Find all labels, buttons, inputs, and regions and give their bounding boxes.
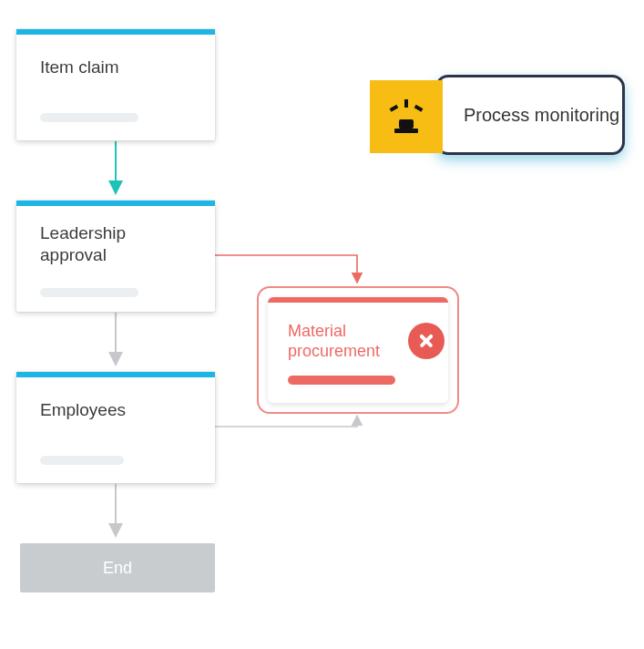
svg-rect-3 xyxy=(390,105,399,112)
node-label: Employees xyxy=(40,399,197,421)
node-accent-bar xyxy=(16,29,215,35)
node-accent-bar xyxy=(16,201,215,206)
diagram-canvas: Item claim Leadership approval Employees… xyxy=(0,0,644,649)
connector-approval-to-error xyxy=(215,255,357,283)
error-label: Material procurement xyxy=(288,321,403,361)
node-leadership-approval: Leadership approval xyxy=(16,201,215,312)
node-label: Item claim xyxy=(40,57,197,78)
node-label: Leadership approval xyxy=(40,222,197,266)
node-employees: Employees xyxy=(16,372,215,483)
node-item-claim: Item claim xyxy=(16,29,215,140)
error-close-icon xyxy=(408,323,445,359)
svg-rect-2 xyxy=(404,99,408,108)
error-accent-bar xyxy=(268,297,448,303)
monitoring-card: Process monitoring xyxy=(435,75,625,155)
node-placeholder-line xyxy=(40,113,138,122)
node-placeholder-line xyxy=(40,456,124,465)
connector-employees-to-error xyxy=(215,416,357,427)
monitoring-label: Process monitoring xyxy=(464,104,619,126)
node-accent-bar xyxy=(16,372,215,377)
monitoring-badge: Process monitoring xyxy=(370,71,632,162)
node-error: Material procurement xyxy=(257,286,459,414)
svg-rect-4 xyxy=(414,105,424,112)
node-placeholder-line xyxy=(40,288,138,297)
svg-rect-0 xyxy=(399,119,414,129)
node-end: End xyxy=(20,543,215,592)
alarm-icon xyxy=(370,80,443,153)
error-placeholder-line xyxy=(288,376,395,385)
svg-rect-1 xyxy=(394,129,418,133)
end-label: End xyxy=(103,559,132,578)
